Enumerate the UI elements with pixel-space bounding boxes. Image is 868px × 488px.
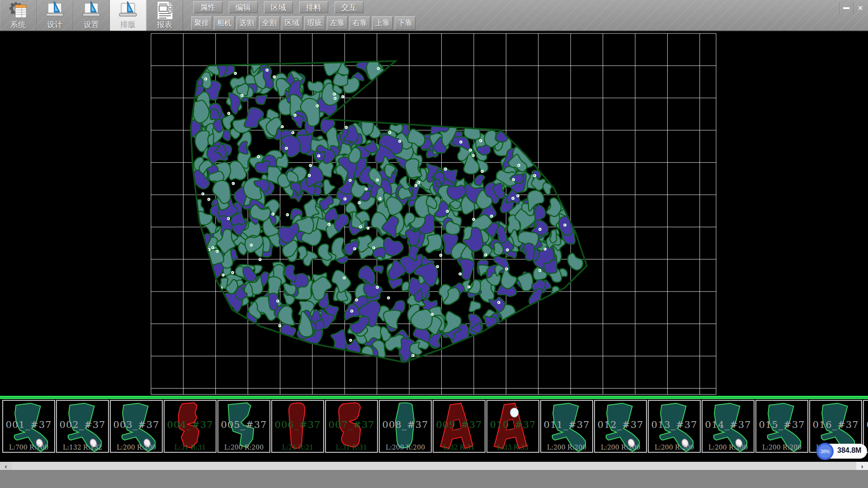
part-id-label: 007_#37 [326, 419, 377, 430]
menu-properties[interactable]: 属性 [193, 1, 222, 13]
part-lr-count-label: L:132 R:132 [57, 444, 108, 451]
btn-region[interactable]: 区域 [282, 16, 302, 30]
tab-settings-label: 设置 [84, 21, 99, 29]
part-lr-count-label: L:31 R:31 [326, 444, 377, 451]
laptop-ruler-icon [118, 0, 138, 21]
part-id-label: 005_#37 [218, 419, 269, 430]
part-id-label: 017_#37 [864, 419, 868, 430]
progress-circle: 38% [816, 443, 834, 460]
tab-layout[interactable]: 排版 [110, 0, 146, 31]
part-cell[interactable]: 010_#37L:33 R:33 [486, 400, 539, 453]
part-lr-count-label: L:700 R:700 [3, 444, 54, 451]
part-cell[interactable]: 012_#37L:200 R:200 [594, 400, 647, 453]
minimize-button[interactable] [839, 2, 853, 14]
close-button[interactable]: ✕ [853, 2, 867, 14]
menu-row-2: 聚排 相机 选割 全割 区域 瑕疵 左靠 右靠 上靠 下靠 [191, 16, 417, 30]
btn-align-left[interactable]: 左靠 [327, 16, 348, 30]
laptop-ruler-icon [81, 0, 102, 21]
part-id-label: 010_#37 [487, 419, 538, 430]
part-id-label: 015_#37 [756, 419, 807, 430]
part-lr-count-label: L:32 R:31 [434, 444, 485, 451]
main-tab-bar: 系统 设计 [0, 0, 183, 31]
nesting-canvas-svg [0, 32, 868, 396]
btn-cluster-nest[interactable]: 聚排 [191, 16, 212, 30]
part-id-label: 006_#37 [272, 419, 323, 430]
tab-system-label: 系统 [10, 21, 26, 29]
btn-select-cut[interactable]: 选割 [236, 16, 257, 30]
laptop-ruler-icon [44, 0, 65, 21]
tab-report[interactable]: 报表 [146, 0, 183, 31]
part-id-label: 011_#37 [541, 419, 592, 430]
part-cell[interactable]: 008_#37L:200 R:200 [379, 400, 432, 453]
menu-interaction[interactable]: 交互 [335, 1, 363, 13]
btn-defect[interactable]: 瑕疵 [304, 16, 325, 30]
part-cell[interactable]: 003_#37L:200 R:200 [110, 400, 163, 453]
part-cell[interactable]: 005_#37L:200 R:200 [217, 400, 270, 453]
part-filmstrip: 001_#37L:700 R:700002_#37L:132 R:132003_… [0, 396, 868, 462]
part-lr-count-label: L:200 R:200 [218, 444, 269, 451]
part-id-label: 012_#37 [595, 419, 646, 430]
part-lr-count-label: L:21 R:21 [272, 444, 323, 451]
toolbar: 系统 设计 [0, 0, 868, 32]
progress-percent: 38% [821, 449, 830, 454]
close-icon: ✕ [858, 4, 863, 12]
part-cell[interactable]: 006_#37L:21 R:21 [271, 400, 324, 453]
tab-layout-label: 排版 [120, 21, 136, 29]
part-id-label: 008_#37 [380, 419, 431, 430]
part-lr-count-label: L:200 R:200 [380, 444, 431, 451]
menu-row-1: 属性 编辑 区域 排料 交互 [193, 1, 370, 13]
nesting-canvas[interactable] [0, 32, 868, 396]
part-id-label: 009_#37 [434, 419, 485, 430]
btn-align-right[interactable]: 右靠 [349, 16, 370, 30]
part-lr-count-label: L:33 R:33 [487, 444, 538, 451]
part-id-label: 016_#37 [810, 419, 861, 430]
part-lr-count-label: L:200 R:200 [756, 444, 807, 451]
part-lr-count-label: L:200 R:200 [595, 444, 646, 451]
tab-settings[interactable]: 设置 [73, 0, 110, 31]
window-controls: ✕ [839, 2, 867, 14]
btn-align-bottom[interactable]: 下靠 [395, 16, 415, 30]
part-cell[interactable]: 002_#37L:132 R:132 [56, 400, 109, 453]
part-lr-count-label: L:200 R:200 [541, 444, 592, 451]
part-cell[interactable]: 015_#37L:200 R:200 [755, 400, 808, 453]
minimize-icon [843, 7, 849, 9]
nesting-app-window: 系统 设计 [0, 0, 868, 488]
part-lr-count-label: L:200 R:200 [111, 444, 162, 451]
part-lr-count-label: L:200 R:200 [703, 444, 754, 451]
part-id-label: 004_#37 [165, 419, 216, 430]
part-cell-list: 001_#37L:700 R:700002_#37L:132 R:132003_… [2, 400, 868, 453]
menu-nesting[interactable]: 排料 [299, 1, 328, 13]
menu-edit[interactable]: 编辑 [229, 1, 258, 13]
part-id-label: 002_#37 [57, 419, 108, 430]
report-doc-icon [155, 0, 175, 21]
part-lr-count-label: L:31 R:31 [165, 444, 216, 451]
part-cell[interactable]: 014_#37L:200 R:200 [702, 400, 755, 453]
horizontal-scrollbar[interactable]: ‹ › [0, 462, 868, 470]
part-id-label: 014_#37 [703, 419, 754, 430]
part-cell[interactable]: 001_#37L:700 R:700 [2, 400, 55, 453]
btn-align-top[interactable]: 上靠 [372, 16, 393, 30]
btn-camera[interactable]: 相机 [214, 16, 235, 30]
footer-bar [0, 470, 868, 488]
part-cell[interactable]: 009_#37L:32 R:31 [433, 400, 486, 453]
part-id-label: 013_#37 [649, 419, 700, 430]
part-cell[interactable]: 013_#37L:200 R:200 [648, 400, 701, 453]
tab-design-label: 设计 [47, 21, 62, 29]
tab-design[interactable]: 设计 [37, 0, 73, 31]
scroll-right-arrow-icon[interactable]: › [856, 462, 868, 470]
scroll-left-arrow-icon[interactable]: ‹ [0, 462, 12, 470]
part-lr-count-label: L:200 R:200 [649, 444, 700, 451]
part-cell[interactable]: 011_#37L:200 R:200 [540, 400, 593, 453]
part-cell[interactable]: 007_#37L:31 R:31 [325, 400, 378, 453]
filmstrip-top-line [0, 396, 868, 399]
tab-report-label: 报表 [157, 21, 172, 29]
gear-doc-icon [8, 0, 28, 21]
tab-system[interactable]: 系统 [0, 0, 37, 31]
memory-value: 384.8M [837, 446, 861, 455]
part-id-label: 001_#37 [3, 419, 54, 430]
menu-region[interactable]: 区域 [264, 1, 293, 13]
part-cell[interactable]: 004_#37L:31 R:31 [164, 400, 217, 453]
btn-cut-all[interactable]: 全割 [259, 16, 280, 30]
part-id-label: 003_#37 [111, 419, 162, 430]
